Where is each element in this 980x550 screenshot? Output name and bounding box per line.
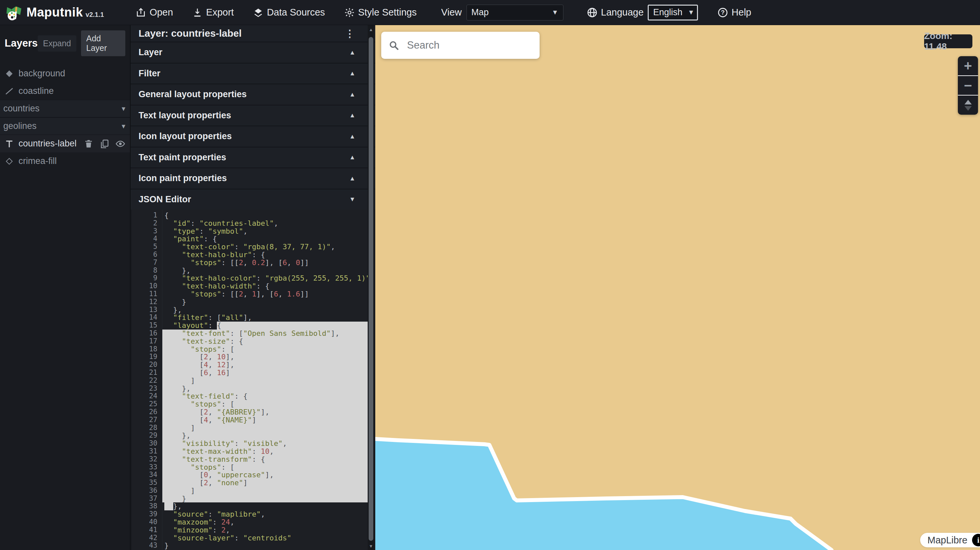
caret-up-icon: ▲ xyxy=(349,175,355,182)
duplicate-icon[interactable] xyxy=(100,139,110,149)
layer-group-geolines[interactable]: geolines▾ xyxy=(0,117,130,135)
layers-title: Layers xyxy=(5,37,38,49)
section-general-layout-properties[interactable]: General layout properties▲ xyxy=(130,84,375,105)
menu-item-open[interactable]: Open xyxy=(135,7,173,18)
line-number: 31 xyxy=(132,448,162,455)
line-icon xyxy=(5,87,14,96)
open-icon xyxy=(135,7,146,18)
code-line: "text-halo-color": "rgba(255, 255, 255, … xyxy=(162,274,368,282)
code-line: "text-halo-width": { xyxy=(162,282,368,290)
language-select[interactable]: English ▼ xyxy=(648,5,698,21)
map-search-box[interactable] xyxy=(381,32,539,59)
code-line: }, xyxy=(162,306,368,314)
zoom-out-icon: − xyxy=(964,78,972,94)
line-number: 6 xyxy=(132,251,162,259)
code-line: }, xyxy=(162,385,368,393)
basemap xyxy=(375,25,980,550)
scroll-down-icon[interactable]: ▼ xyxy=(368,544,374,549)
line-number: 1 xyxy=(132,211,162,219)
layer-menu-kebab-icon[interactable]: ⋮ xyxy=(345,28,355,39)
expand-button[interactable]: Expand xyxy=(38,35,76,52)
layer-label: coastline xyxy=(19,86,54,96)
layer-label: crimea-fill xyxy=(19,156,57,166)
code-line: [2, "none"] xyxy=(162,479,368,487)
line-number: 16 xyxy=(132,329,162,337)
caret-up-icon: ▲ xyxy=(349,154,355,161)
json-editor-code[interactable]: { "id": "countries-label", "type": "symb… xyxy=(162,210,368,550)
view-label: View xyxy=(441,7,461,18)
line-number: 7 xyxy=(132,259,162,267)
compass-button[interactable] xyxy=(958,95,978,115)
code-line: ] xyxy=(162,487,368,495)
layer-item-background[interactable]: background xyxy=(0,65,130,82)
menu-item-data-sources[interactable]: Data Sources xyxy=(253,7,325,18)
layer-item-coastline[interactable]: coastline xyxy=(0,82,130,100)
zoom-level-badge: Zoom: 11.48 xyxy=(924,34,972,48)
scrollbar-thumb[interactable] xyxy=(369,37,373,541)
scroll-up-icon[interactable]: ▲ xyxy=(368,27,374,32)
view-select[interactable]: Map ▼ xyxy=(466,5,563,21)
help-button[interactable]: ? Help xyxy=(717,7,751,18)
search-input[interactable] xyxy=(406,39,539,52)
info-icon[interactable]: i xyxy=(972,534,980,546)
style-settings-icon xyxy=(344,7,355,18)
panel-scrollbar[interactable]: ▲ ▼ xyxy=(368,25,374,550)
code-line: } xyxy=(162,495,368,503)
menu-item-export[interactable]: Export xyxy=(192,7,234,18)
section-text-layout-properties[interactable]: Text layout properties▲ xyxy=(130,105,375,126)
delete-icon[interactable] xyxy=(84,139,94,149)
line-number: 43 xyxy=(132,542,162,550)
line-number: 13 xyxy=(132,306,162,314)
layer-item-countries-label[interactable]: countries-label xyxy=(0,135,130,153)
top-toolbar: Maputnik v2.1.1 OpenExportData SourcesSt… xyxy=(0,0,980,25)
code-line: "visibility": "visible", xyxy=(162,440,368,448)
json-editor-gutter: 1234567891011121314151617181920212223242… xyxy=(132,210,162,550)
add-layer-button[interactable]: Add Layer xyxy=(81,30,125,56)
section-label: Icon paint properties xyxy=(138,173,227,183)
code-line: }, xyxy=(162,502,368,510)
code-line: "stops": [ xyxy=(162,345,368,353)
code-line: [0, "uppercase"], xyxy=(162,471,368,479)
zoom-out-button[interactable]: − xyxy=(958,75,978,95)
map-canvas[interactable]: Zoom: 11.48 + − MapLibre i xyxy=(375,25,980,550)
line-number: 41 xyxy=(132,526,162,534)
view-select-value: Map xyxy=(471,7,489,17)
menu-item-style-settings[interactable]: Style Settings xyxy=(344,7,417,18)
layer-editor-panel: Layer: countries-label ⋮ Layer▲Filter▲Ge… xyxy=(130,25,375,550)
app-version: v2.1.1 xyxy=(86,11,104,19)
code-line: [6, 16] xyxy=(162,369,368,377)
layers-sidebar: Layers Expand Add Layer backgroundcoastl… xyxy=(0,25,130,550)
language-select-value: English xyxy=(653,7,683,17)
caret-up-icon: ▲ xyxy=(349,133,355,140)
section-json-editor[interactable]: JSON Editor▼ xyxy=(130,189,375,210)
line-number: 9 xyxy=(132,274,162,282)
code-line: "source": "maplibre", xyxy=(162,510,368,518)
layer-item-crimea-fill[interactable]: crimea-fill xyxy=(0,153,130,170)
export-icon xyxy=(192,7,203,18)
json-editor[interactable]: 1234567891011121314151617181920212223242… xyxy=(132,210,368,550)
menu-item-label: Data Sources xyxy=(267,7,325,18)
line-number: 12 xyxy=(132,298,162,306)
section-text-paint-properties[interactable]: Text paint properties▲ xyxy=(130,147,375,168)
code-line: "filter": ["all"], xyxy=(162,314,368,322)
line-number: 3 xyxy=(132,227,162,235)
section-layer[interactable]: Layer▲ xyxy=(130,41,375,63)
menu-item-label: Open xyxy=(150,7,173,18)
layer-label: background xyxy=(19,68,65,79)
line-number: 19 xyxy=(132,353,162,361)
maputnik-logo: Maputnik v2.1.1 xyxy=(5,4,104,21)
section-filter[interactable]: Filter▲ xyxy=(130,63,375,84)
section-icon-paint-properties[interactable]: Icon paint properties▲ xyxy=(130,168,375,189)
code-line: [4, "{NAME}"] xyxy=(162,416,368,424)
section-label: Layer xyxy=(138,47,162,57)
line-number: 2 xyxy=(132,219,162,227)
layer-group-countries[interactable]: countries▾ xyxy=(0,100,130,117)
visibility-icon[interactable] xyxy=(115,139,125,149)
caret-up-icon: ▲ xyxy=(349,112,355,119)
section-label: Filter xyxy=(138,68,161,79)
zoom-in-button[interactable]: + xyxy=(958,56,978,75)
attribution-link[interactable]: MapLibre xyxy=(928,535,967,546)
fill-outline-icon xyxy=(5,157,14,166)
section-icon-layout-properties[interactable]: Icon layout properties▲ xyxy=(130,126,375,147)
line-number: 34 xyxy=(132,471,162,479)
